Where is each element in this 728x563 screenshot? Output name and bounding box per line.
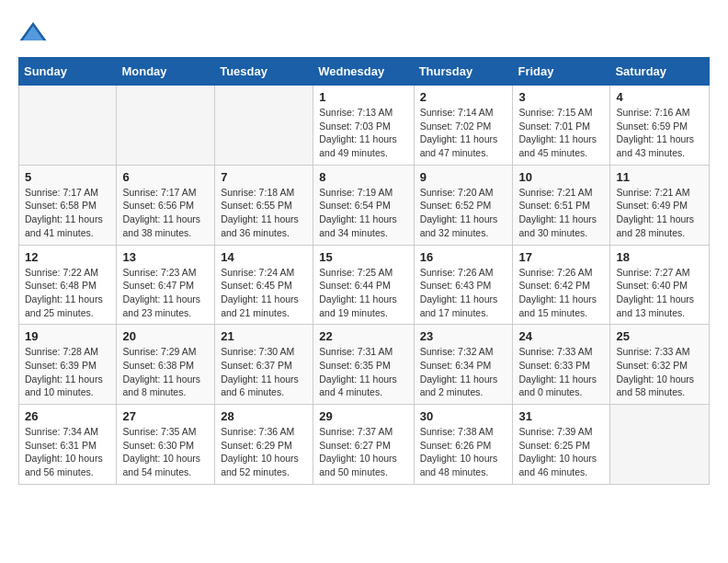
calendar-week-row: 1Sunrise: 7:13 AM Sunset: 7:03 PM Daylig… bbox=[19, 86, 710, 166]
day-info: Sunrise: 7:30 AM Sunset: 6:37 PM Dayligh… bbox=[221, 345, 307, 399]
day-number: 2 bbox=[420, 90, 507, 104]
day-number: 30 bbox=[420, 409, 507, 423]
calendar-day-cell: 2Sunrise: 7:14 AM Sunset: 7:02 PM Daylig… bbox=[414, 86, 513, 166]
day-info: Sunrise: 7:35 AM Sunset: 6:30 PM Dayligh… bbox=[122, 425, 209, 479]
day-info: Sunrise: 7:34 AM Sunset: 6:31 PM Dayligh… bbox=[25, 425, 110, 479]
day-info: Sunrise: 7:24 AM Sunset: 6:45 PM Dayligh… bbox=[221, 266, 307, 320]
calendar-day-cell: 19Sunrise: 7:28 AM Sunset: 6:39 PM Dayli… bbox=[19, 325, 117, 405]
day-number: 29 bbox=[319, 409, 407, 423]
day-info: Sunrise: 7:26 AM Sunset: 6:43 PM Dayligh… bbox=[420, 266, 507, 320]
day-info: Sunrise: 7:22 AM Sunset: 6:48 PM Dayligh… bbox=[25, 266, 110, 320]
calendar-week-row: 26Sunrise: 7:34 AM Sunset: 6:31 PM Dayli… bbox=[19, 405, 710, 485]
calendar-header-saturday: Saturday bbox=[610, 58, 710, 86]
day-number: 17 bbox=[518, 250, 604, 264]
day-number: 11 bbox=[616, 170, 703, 184]
day-info: Sunrise: 7:29 AM Sunset: 6:38 PM Dayligh… bbox=[122, 345, 209, 399]
calendar-week-row: 5Sunrise: 7:17 AM Sunset: 6:58 PM Daylig… bbox=[19, 165, 710, 245]
page-header bbox=[18, 18, 710, 48]
day-number: 25 bbox=[616, 329, 703, 343]
day-info: Sunrise: 7:14 AM Sunset: 7:02 PM Dayligh… bbox=[420, 106, 507, 160]
day-number: 26 bbox=[25, 409, 110, 423]
calendar-day-cell: 31Sunrise: 7:39 AM Sunset: 6:25 PM Dayli… bbox=[513, 405, 610, 485]
calendar-day-cell: 5Sunrise: 7:17 AM Sunset: 6:58 PM Daylig… bbox=[19, 165, 117, 245]
calendar-day-cell: 15Sunrise: 7:25 AM Sunset: 6:44 PM Dayli… bbox=[313, 245, 414, 325]
day-number: 6 bbox=[122, 170, 209, 184]
day-number: 15 bbox=[319, 250, 407, 264]
day-number: 16 bbox=[420, 250, 507, 264]
day-number: 1 bbox=[319, 90, 407, 104]
calendar-day-cell: 30Sunrise: 7:38 AM Sunset: 6:26 PM Dayli… bbox=[414, 405, 513, 485]
calendar-day-cell: 1Sunrise: 7:13 AM Sunset: 7:03 PM Daylig… bbox=[313, 86, 414, 166]
calendar-day-cell: 4Sunrise: 7:16 AM Sunset: 6:59 PM Daylig… bbox=[610, 86, 710, 166]
day-info: Sunrise: 7:21 AM Sunset: 6:51 PM Dayligh… bbox=[518, 186, 604, 240]
calendar-week-row: 19Sunrise: 7:28 AM Sunset: 6:39 PM Dayli… bbox=[19, 325, 710, 405]
day-info: Sunrise: 7:36 AM Sunset: 6:29 PM Dayligh… bbox=[221, 425, 307, 479]
day-info: Sunrise: 7:37 AM Sunset: 6:27 PM Dayligh… bbox=[319, 425, 407, 479]
day-info: Sunrise: 7:23 AM Sunset: 6:47 PM Dayligh… bbox=[122, 266, 209, 320]
day-number: 4 bbox=[616, 90, 703, 104]
day-number: 27 bbox=[122, 409, 209, 423]
calendar-day-cell bbox=[117, 86, 215, 166]
day-number: 31 bbox=[518, 409, 604, 423]
day-number: 21 bbox=[221, 329, 307, 343]
day-number: 28 bbox=[221, 409, 307, 423]
day-info: Sunrise: 7:25 AM Sunset: 6:44 PM Dayligh… bbox=[319, 266, 407, 320]
calendar-day-cell: 26Sunrise: 7:34 AM Sunset: 6:31 PM Dayli… bbox=[19, 405, 117, 485]
day-info: Sunrise: 7:39 AM Sunset: 6:25 PM Dayligh… bbox=[518, 425, 604, 479]
day-number: 5 bbox=[25, 170, 110, 184]
day-number: 19 bbox=[25, 329, 110, 343]
calendar-day-cell: 12Sunrise: 7:22 AM Sunset: 6:48 PM Dayli… bbox=[19, 245, 117, 325]
calendar-day-cell: 25Sunrise: 7:33 AM Sunset: 6:32 PM Dayli… bbox=[610, 325, 710, 405]
day-info: Sunrise: 7:38 AM Sunset: 6:26 PM Dayligh… bbox=[420, 425, 507, 479]
calendar-day-cell: 13Sunrise: 7:23 AM Sunset: 6:47 PM Dayli… bbox=[117, 245, 215, 325]
day-number: 24 bbox=[518, 329, 604, 343]
calendar-week-row: 12Sunrise: 7:22 AM Sunset: 6:48 PM Dayli… bbox=[19, 245, 710, 325]
day-number: 10 bbox=[518, 170, 604, 184]
calendar-day-cell: 9Sunrise: 7:20 AM Sunset: 6:52 PM Daylig… bbox=[414, 165, 513, 245]
day-number: 8 bbox=[319, 170, 407, 184]
day-number: 23 bbox=[420, 329, 507, 343]
calendar-day-cell: 8Sunrise: 7:19 AM Sunset: 6:54 PM Daylig… bbox=[313, 165, 414, 245]
calendar-day-cell: 22Sunrise: 7:31 AM Sunset: 6:35 PM Dayli… bbox=[313, 325, 414, 405]
day-number: 18 bbox=[616, 250, 703, 264]
calendar-header-row: SundayMondayTuesdayWednesdayThursdayFrid… bbox=[19, 58, 710, 86]
logo-icon bbox=[18, 18, 48, 48]
calendar-day-cell bbox=[19, 86, 117, 166]
calendar-day-cell: 18Sunrise: 7:27 AM Sunset: 6:40 PM Dayli… bbox=[610, 245, 710, 325]
calendar-day-cell: 24Sunrise: 7:33 AM Sunset: 6:33 PM Dayli… bbox=[513, 325, 610, 405]
calendar-day-cell: 11Sunrise: 7:21 AM Sunset: 6:49 PM Dayli… bbox=[610, 165, 710, 245]
calendar-day-cell: 27Sunrise: 7:35 AM Sunset: 6:30 PM Dayli… bbox=[117, 405, 215, 485]
day-info: Sunrise: 7:33 AM Sunset: 6:33 PM Dayligh… bbox=[518, 345, 604, 399]
day-info: Sunrise: 7:18 AM Sunset: 6:55 PM Dayligh… bbox=[221, 186, 307, 240]
calendar-day-cell: 29Sunrise: 7:37 AM Sunset: 6:27 PM Dayli… bbox=[313, 405, 414, 485]
calendar-day-cell: 16Sunrise: 7:26 AM Sunset: 6:43 PM Dayli… bbox=[414, 245, 513, 325]
calendar-header-friday: Friday bbox=[513, 58, 610, 86]
day-info: Sunrise: 7:17 AM Sunset: 6:56 PM Dayligh… bbox=[122, 186, 209, 240]
day-info: Sunrise: 7:13 AM Sunset: 7:03 PM Dayligh… bbox=[319, 106, 407, 160]
calendar-header-tuesday: Tuesday bbox=[215, 58, 313, 86]
calendar-day-cell: 23Sunrise: 7:32 AM Sunset: 6:34 PM Dayli… bbox=[414, 325, 513, 405]
day-info: Sunrise: 7:33 AM Sunset: 6:32 PM Dayligh… bbox=[616, 345, 703, 399]
calendar-table: SundayMondayTuesdayWednesdayThursdayFrid… bbox=[18, 57, 710, 485]
logo bbox=[18, 18, 51, 48]
day-info: Sunrise: 7:31 AM Sunset: 6:35 PM Dayligh… bbox=[319, 345, 407, 399]
day-info: Sunrise: 7:19 AM Sunset: 6:54 PM Dayligh… bbox=[319, 186, 407, 240]
day-info: Sunrise: 7:21 AM Sunset: 6:49 PM Dayligh… bbox=[616, 186, 703, 240]
day-number: 9 bbox=[420, 170, 507, 184]
calendar-header-monday: Monday bbox=[117, 58, 215, 86]
calendar-day-cell bbox=[215, 86, 313, 166]
calendar-header-sunday: Sunday bbox=[19, 58, 117, 86]
day-number: 7 bbox=[221, 170, 307, 184]
calendar-day-cell: 3Sunrise: 7:15 AM Sunset: 7:01 PM Daylig… bbox=[513, 86, 610, 166]
day-info: Sunrise: 7:32 AM Sunset: 6:34 PM Dayligh… bbox=[420, 345, 507, 399]
day-info: Sunrise: 7:15 AM Sunset: 7:01 PM Dayligh… bbox=[518, 106, 604, 160]
calendar-day-cell: 14Sunrise: 7:24 AM Sunset: 6:45 PM Dayli… bbox=[215, 245, 313, 325]
calendar-day-cell: 20Sunrise: 7:29 AM Sunset: 6:38 PM Dayli… bbox=[117, 325, 215, 405]
day-info: Sunrise: 7:26 AM Sunset: 6:42 PM Dayligh… bbox=[518, 266, 604, 320]
day-info: Sunrise: 7:17 AM Sunset: 6:58 PM Dayligh… bbox=[25, 186, 110, 240]
day-number: 22 bbox=[319, 329, 407, 343]
day-number: 12 bbox=[25, 250, 110, 264]
day-number: 13 bbox=[122, 250, 209, 264]
calendar-day-cell: 7Sunrise: 7:18 AM Sunset: 6:55 PM Daylig… bbox=[215, 165, 313, 245]
calendar-header-wednesday: Wednesday bbox=[313, 58, 414, 86]
